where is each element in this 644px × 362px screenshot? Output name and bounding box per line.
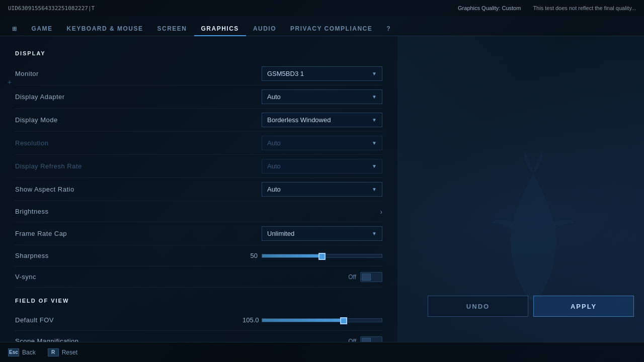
back-button[interactable]: Esc Back [8, 348, 36, 356]
tab-keyboard-label: KEYBOARD & MOUSE [67, 25, 143, 32]
display-mode-arrow: ▼ [372, 117, 377, 123]
monitor-row: Monitor GSM5BD3 1 ▼ [15, 62, 382, 85]
scope-off-label: Off [348, 338, 356, 342]
action-buttons: Undo Apply [428, 296, 634, 317]
tab-home[interactable]: ⊞ [5, 23, 25, 36]
vsync-toggle[interactable] [360, 272, 382, 282]
resolution-control: Auto ▼ [262, 136, 382, 150]
fov-value: 105.0 [243, 316, 258, 324]
display-mode-row: Display Mode Borderless Windowed ▼ [15, 109, 382, 132]
scope-mag-label: Scope Magnification [15, 337, 79, 342]
resolution-value: Auto [267, 139, 281, 147]
sharpness-control: 50 [243, 252, 382, 259]
display-adapter-row: Display Adapter Auto ▼ [15, 85, 382, 109]
aspect-ratio-dropdown[interactable]: Auto ▼ [262, 182, 382, 197]
plus-icon: + [8, 78, 12, 86]
frame-rate-value: Unlimited [267, 230, 294, 237]
monitor-dropdown-arrow: ▼ [372, 71, 377, 76]
default-fov-row: Default FOV 105.0 [15, 310, 382, 331]
vsync-row: V-sync Off [15, 266, 382, 288]
display-mode-label: Display Mode [15, 116, 58, 124]
scope-mag-row: Scope Magnification Off [15, 331, 382, 342]
frame-rate-row: Frame Rate Cap Unlimited ▼ [15, 222, 382, 245]
sharpness-row: Sharpness 50 [15, 245, 382, 266]
refresh-rate-label: Display Refresh Rate [15, 162, 82, 170]
settings-panel[interactable]: Display Monitor GSM5BD3 1 ▼ Display Adap… [0, 36, 397, 342]
tab-privacy-label: PRIVACY COMPLIANCE [290, 25, 372, 32]
scope-mag-control: Off [348, 336, 382, 342]
monitor-control: GSM5BD3 1 ▼ [262, 66, 382, 81]
tab-graphics[interactable]: GRAPHICS [194, 22, 246, 36]
tab-graphics-label: GRAPHICS [201, 25, 239, 32]
aspect-ratio-label: Show Aspect Ratio [15, 186, 74, 193]
fov-fill [262, 319, 344, 322]
scope-toggle[interactable] [360, 336, 382, 342]
back-label: Back [22, 349, 36, 356]
resolution-dropdown: Auto ▼ [262, 136, 382, 150]
vsync-control: Off [348, 272, 382, 282]
sharpness-value: 50 [243, 252, 258, 259]
brightness-arrow[interactable]: › [380, 208, 382, 216]
monitor-dropdown[interactable]: GSM5BD3 1 ▼ [262, 66, 382, 81]
reset-key: R [48, 348, 59, 356]
vsync-off-label: Off [348, 274, 356, 281]
display-adapter-arrow: ▼ [372, 94, 377, 100]
back-key: Esc [8, 348, 19, 356]
undo-label: Undo [466, 303, 490, 310]
tab-audio[interactable]: AUDIO [246, 22, 283, 36]
quality-note: This test does not reflect the final qua… [533, 5, 636, 11]
default-fov-label: Default FOV [15, 316, 54, 324]
tab-game-label: Game [32, 25, 53, 32]
frame-rate-control: Unlimited ▼ [262, 226, 382, 241]
refresh-rate-row: Display Refresh Rate Auto ▼ [15, 155, 382, 178]
top-bar: UID630915564332251082227|T Graphics Qual… [0, 0, 644, 16]
refresh-rate-value: Auto [267, 162, 281, 170]
display-mode-dropdown[interactable]: Borderless Windowed ▼ [262, 113, 382, 127]
tab-screen[interactable]: SCREEN [150, 22, 194, 36]
refresh-rate-control: Auto ▼ [262, 159, 382, 173]
top-bar-right: Graphics Quality: Custom This test does … [458, 5, 636, 11]
vsync-toggle-container: Off [348, 272, 382, 282]
tab-extra-icon: ? [386, 25, 391, 32]
sharpness-slider[interactable] [262, 254, 382, 258]
brightness-control: › [380, 208, 382, 216]
aspect-ratio-arrow: ▼ [372, 187, 377, 192]
display-adapter-label: Display Adapter [15, 93, 65, 101]
scope-toggle-container: Off [348, 336, 382, 342]
monitor-label: Monitor [15, 70, 39, 77]
resolution-arrow: ▼ [372, 140, 377, 146]
fov-slider-container: 105.0 [243, 316, 382, 324]
home-icon: ⊞ [12, 26, 18, 32]
brightness-label: Brightness [15, 208, 48, 215]
tab-keyboard[interactable]: KEYBOARD & MOUSE [60, 22, 150, 36]
resolution-row: Resolution Auto ▼ [15, 132, 382, 155]
monitor-value: GSM5BD3 1 [267, 70, 304, 77]
reset-label: Reset [62, 349, 77, 356]
vsync-toggle-inner [362, 274, 371, 281]
scope-toggle-inner [362, 338, 371, 342]
display-mode-value: Borderless Windowed [267, 116, 331, 124]
sharpness-slider-container: 50 [243, 252, 382, 259]
apply-button[interactable]: Apply [533, 296, 634, 317]
vsync-label: V-sync [15, 273, 36, 281]
uid-text: UID630915564332251082227|T [8, 5, 95, 12]
refresh-rate-dropdown: Auto ▼ [262, 159, 382, 173]
side-panel: Undo Apply [397, 36, 644, 342]
resolution-label: Resolution [15, 139, 48, 147]
tab-extra[interactable]: ? [379, 22, 398, 36]
frame-rate-label: Frame Rate Cap [15, 230, 67, 237]
main-content: Display Monitor GSM5BD3 1 ▼ Display Adap… [0, 36, 644, 342]
frame-rate-dropdown[interactable]: Unlimited ▼ [262, 226, 382, 241]
tab-game[interactable]: Game [25, 22, 60, 36]
quality-text: Graphics Quality: Custom [458, 5, 521, 11]
undo-button[interactable]: Undo [428, 296, 528, 317]
display-adapter-dropdown[interactable]: Auto ▼ [262, 89, 382, 104]
display-mode-control: Borderless Windowed ▼ [262, 113, 382, 127]
nav-tabs: ⊞ Game KEYBOARD & MOUSE SCREEN GRAPHICS … [0, 16, 644, 36]
tab-privacy[interactable]: PRIVACY COMPLIANCE [283, 22, 379, 36]
brightness-row: Brightness › [15, 201, 382, 222]
fov-slider[interactable] [262, 318, 382, 322]
sharpness-label: Sharpness [15, 252, 49, 259]
reset-button[interactable]: R Reset [48, 348, 77, 356]
display-adapter-control: Auto ▼ [262, 89, 382, 104]
